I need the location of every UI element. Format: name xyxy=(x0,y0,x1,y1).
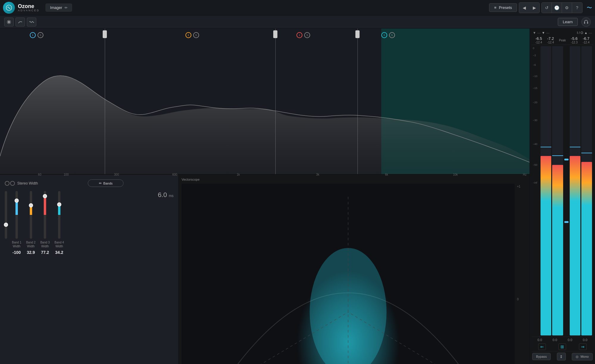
scale-40: −40 xyxy=(533,143,540,146)
mono-button[interactable]: ◎ Mono xyxy=(572,353,593,360)
snowflake-icon-btn[interactable] xyxy=(4,18,14,26)
meter-ctrl-left[interactable]: ⇐ xyxy=(538,343,546,350)
band4-label: Band 4Width xyxy=(54,240,64,248)
band4-slider[interactable] xyxy=(58,191,60,239)
presets-label: Presets xyxy=(499,5,512,10)
meter-peak-sub: -12.3 xyxy=(571,41,578,44)
delay-unit: ms xyxy=(169,194,174,198)
band3-slider[interactable] xyxy=(44,191,46,239)
meter-fill-out-l xyxy=(570,156,580,335)
meter-rms-top: -6.7 xyxy=(583,36,589,41)
band2-slider[interactable] xyxy=(30,191,32,239)
scale-10: −10 xyxy=(533,75,540,78)
scale-30: −30 xyxy=(533,119,540,122)
band-divider-3-handle[interactable] xyxy=(355,30,360,38)
band1-thumb[interactable] xyxy=(15,199,19,203)
headphone-button[interactable] xyxy=(581,17,591,27)
band-divider-1-handle[interactable] xyxy=(103,30,107,38)
main-width-thumb[interactable] xyxy=(4,223,8,227)
meter-peak-col1: -5.6 -12.3 xyxy=(571,36,578,44)
scale-6: −6 xyxy=(533,63,540,66)
scale-50: −50 xyxy=(533,163,540,166)
scale-20: −20 xyxy=(533,101,540,104)
app-subtitle: ADVANCED xyxy=(18,9,40,12)
meter-bar-out-l xyxy=(570,46,580,335)
band-divider-2-handle[interactable] xyxy=(273,30,277,38)
presets-button[interactable]: ≡ Presets xyxy=(489,3,517,12)
band1-s-btn[interactable]: S xyxy=(38,32,43,38)
band2-circle[interactable]: i xyxy=(185,32,191,38)
meter-up-arrow[interactable]: ▲ xyxy=(584,31,588,35)
band4-thumb[interactable] xyxy=(57,202,61,207)
vectorscope-canvas xyxy=(182,184,515,364)
meter-col2-sub: -12.4 xyxy=(547,41,554,44)
mono-icon: ◎ xyxy=(576,355,579,359)
band1-circle[interactable]: i xyxy=(30,32,36,38)
curve-icon-btn[interactable] xyxy=(15,18,25,26)
meter-col2-top: -7.2 xyxy=(547,36,554,41)
band1-value: -100 xyxy=(13,250,21,255)
band4-circle[interactable]: i xyxy=(381,32,387,38)
spectrum-display[interactable]: i S i S i S i S xyxy=(0,29,530,174)
band3-s-btn[interactable]: S xyxy=(304,32,310,38)
meter-fill-out-r xyxy=(581,162,592,335)
band3-thumb[interactable] xyxy=(43,194,47,198)
bypass-button[interactable]: Bypass xyxy=(532,353,551,360)
help-button[interactable]: ? xyxy=(572,3,582,13)
scale-15: −15 xyxy=(533,87,540,90)
band3-circle[interactable]: i xyxy=(296,32,302,38)
bands-button[interactable]: ⇔ Bands xyxy=(88,179,124,187)
app-logo[interactable] xyxy=(3,2,15,14)
main-width-slider[interactable] xyxy=(5,191,7,239)
history-button[interactable]: 🕐 xyxy=(552,3,562,13)
prev-button[interactable]: ◀ xyxy=(519,3,529,13)
band2-thumb[interactable] xyxy=(29,203,33,207)
learn-button[interactable]: Learn xyxy=(558,18,578,26)
meter-col2: -7.2 -12.4 xyxy=(547,36,554,44)
meter-bot-3: 0.0 xyxy=(568,338,572,342)
meter-col1-top: -6.5 xyxy=(535,36,542,41)
stereo-width-panel: Stereo Width ⇔ Bands xyxy=(0,175,179,364)
meter-fill-in-r xyxy=(552,165,563,335)
nav-right-group: ↺ 🕐 ⚙ ? xyxy=(541,2,582,13)
band4-s-btn[interactable]: S xyxy=(389,32,395,38)
band-divider-3 xyxy=(357,29,358,174)
meter-panel: ▼ — ▼ — I / O ▲ — -6.5 -12.4 -7.2 -12.4 … xyxy=(530,29,595,364)
sliders-area: Band 1Width -100 Band 2Width 32.9 xyxy=(5,191,174,364)
next-button[interactable]: ▶ xyxy=(529,3,539,13)
meter-thumb-out[interactable] xyxy=(564,221,569,223)
svg-rect-5 xyxy=(584,22,585,24)
second-toolbar: Learn xyxy=(0,15,595,29)
meter-ctrl-plus[interactable]: ⊞ xyxy=(558,343,566,350)
meter-down-arrow2[interactable]: ▼ xyxy=(542,31,545,35)
peak-marker-in-r xyxy=(552,155,563,156)
undo-button[interactable]: ↺ xyxy=(542,3,552,13)
delay-display: 6.0 ms xyxy=(158,191,174,199)
band2-label: Band 2Width xyxy=(26,240,36,248)
link-button[interactable]: ⇕ xyxy=(557,353,566,360)
band1-slider-col: Band 1Width -100 xyxy=(12,191,21,255)
meter-down-arrow[interactable]: ▼ xyxy=(533,31,536,35)
meter-io-label: I / O xyxy=(577,31,583,35)
meter-values-top: -6.5 -12.4 -7.2 -12.4 Peak -5.6 -12.3 -6… xyxy=(532,36,593,45)
meter-scale-col: 0 −3 −6 −10 −15 −20 −30 −40 −50 −inf xyxy=(533,46,540,335)
delay-number: 6.0 xyxy=(158,191,167,199)
meter-ctrl-right[interactable]: ⇒ xyxy=(579,343,587,350)
freq-axis: 60 100 300 600 1k 3k 6k 10k Hz xyxy=(0,174,530,175)
lower-section: Stereo Width ⇔ Bands xyxy=(0,175,530,364)
stereo-panel-header: Stereo Width xyxy=(5,181,38,186)
meter-thumb-in[interactable] xyxy=(564,159,569,160)
wave-icon-btn[interactable] xyxy=(27,18,36,26)
band4-slider-col: Band 4Width 34.2 xyxy=(54,191,64,255)
meter-col1: -6.5 -12.4 xyxy=(535,36,542,44)
band1-slider[interactable] xyxy=(15,191,18,239)
module-selector[interactable]: Imager ✏ xyxy=(46,4,72,12)
vectorscope-svg xyxy=(182,184,515,364)
peak-marker-out-l xyxy=(570,147,580,147)
band2-label-row: i S xyxy=(185,32,199,38)
settings-button[interactable]: ⚙ xyxy=(562,3,572,13)
meter-controls-row: ⇐ ⊞ ⇒ xyxy=(532,342,593,351)
band2-s-btn[interactable]: S xyxy=(193,32,199,38)
module-name: Imager xyxy=(50,5,62,10)
nav-arrow-group: ◀ ▶ xyxy=(519,2,540,13)
